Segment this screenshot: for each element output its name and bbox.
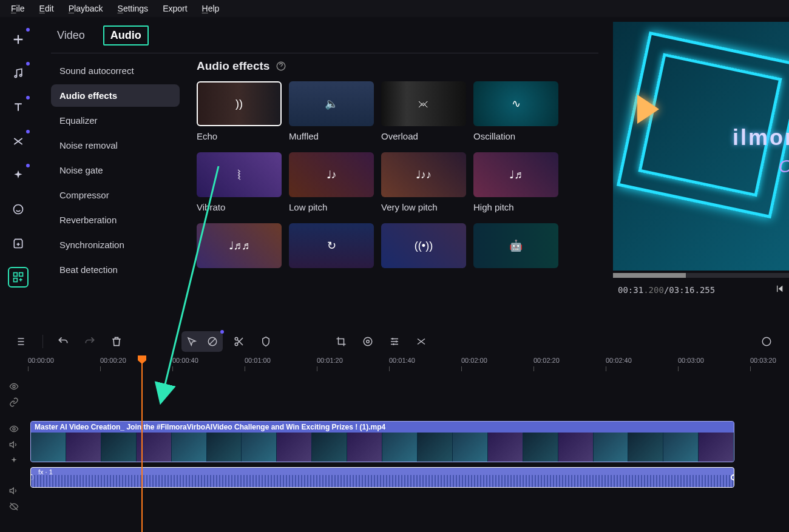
timeline-toolbar: [0, 326, 789, 357]
redo-button[interactable]: [80, 331, 100, 352]
svg-point-2: [14, 205, 23, 214]
audio-clip-handle-right[interactable]: [731, 474, 734, 480]
video-clip[interactable]: Master AI Video Creation_ Join the #Film…: [30, 421, 734, 462]
add-media-tool[interactable]: [8, 29, 29, 50]
subitem-noise-removal[interactable]: Noise removal: [51, 134, 180, 157]
tab-audio[interactable]: Audio: [103, 25, 149, 45]
effect-thumb: ♩♬♬: [197, 223, 282, 268]
effect-card-11[interactable]: 🤖: [473, 223, 558, 273]
ruler-tick: 00:01:40: [389, 357, 415, 364]
effect-thumb: ((•)): [381, 223, 466, 268]
adjust-tool[interactable]: [384, 331, 405, 352]
effect-card-Very low pitch[interactable]: ♩♪♪Very low pitch: [381, 152, 466, 212]
ruler-tick: 00:00:40: [172, 357, 198, 364]
music-tool[interactable]: [8, 63, 29, 84]
effect-thumb: ∿: [473, 81, 558, 126]
subitem-sound-autocorrect[interactable]: Sound autocorrect: [51, 59, 180, 82]
play-triangle-graphic: [637, 95, 659, 124]
color-tool[interactable]: [357, 331, 378, 352]
effect-card-10[interactable]: ((•)): [381, 223, 466, 273]
effect-card-Echo[interactable]: ))Echo: [197, 81, 282, 141]
effect-card-Vibrato[interactable]: ⦚Vibrato: [197, 152, 282, 212]
preview-scrollbar[interactable]: [613, 273, 789, 278]
text-tool[interactable]: [8, 97, 29, 118]
ruler-tick: 00:03:00: [678, 357, 704, 364]
subitem-noise-gate[interactable]: Noise gate: [51, 159, 180, 181]
ruler-tick: 00:00:20: [100, 357, 126, 364]
subitem-reverberation[interactable]: Reverberation: [51, 209, 180, 231]
timeline-settings-button[interactable]: [756, 331, 777, 352]
menu-settings[interactable]: Settings: [118, 4, 149, 13]
effects-tool[interactable]: [8, 165, 29, 186]
effect-label: Oscillation: [473, 131, 558, 141]
svg-point-11: [367, 340, 370, 343]
svg-point-13: [13, 385, 15, 388]
ruler-tick: 00:01:00: [245, 357, 271, 364]
subitem-beat-detection[interactable]: Beat detection: [51, 258, 180, 281]
effect-thumb: 🔈: [289, 81, 374, 126]
effect-card-Muffled[interactable]: 🔈Muffled: [289, 81, 374, 141]
effect-card-High pitch[interactable]: ♩♬High pitch: [473, 152, 558, 212]
subitem-compressor[interactable]: Compressor: [51, 184, 180, 206]
subitem-equalizer[interactable]: Equalizer: [51, 109, 180, 132]
menu-help[interactable]: Help: [202, 4, 220, 13]
ruler-tick: 00:02:00: [461, 357, 487, 364]
effect-thumb: 🤖: [473, 223, 558, 268]
audio-clip[interactable]: fx · 1: [30, 467, 734, 488]
ruler-tick: 00:02:40: [606, 357, 632, 364]
video-track-eye-icon[interactable]: [0, 421, 28, 437]
audio-track-hidden-icon[interactable]: [0, 499, 28, 514]
svg-rect-4: [19, 273, 23, 277]
effects-panel: Video Audio Sound autocorrect Audio effe…: [36, 17, 613, 326]
preview-panel: ilmor Оֆ 00:31.200/03:16.255: [613, 17, 789, 326]
delete-button[interactable]: [106, 331, 127, 352]
effect-thumb: ⩙: [381, 81, 466, 126]
track-visibility-icon[interactable]: [0, 379, 28, 394]
undo-button[interactable]: [53, 331, 73, 352]
menu-bar: File Edit Playback Settings Export Help: [0, 0, 789, 17]
pointer-tool[interactable]: [181, 331, 202, 352]
subitem-audio-effects[interactable]: Audio effects: [51, 84, 180, 107]
transitions-tool[interactable]: [8, 131, 29, 152]
effect-card-8[interactable]: ♩♬♬: [197, 223, 282, 273]
track-link-icon[interactable]: [0, 394, 28, 410]
preview-viewport[interactable]: ilmor Оֆ: [613, 22, 789, 271]
subitem-synchronization[interactable]: Synchronization: [51, 234, 180, 256]
crop-tool[interactable]: [331, 331, 351, 352]
menu-playback[interactable]: Playback: [69, 4, 103, 13]
stickers-tool[interactable]: [8, 199, 29, 220]
timeline-ruler[interactable]: 00:00:0000:00:2000:00:4000:01:0000:01:20…: [0, 357, 789, 379]
effect-card-Low pitch[interactable]: ♩♪Low pitch: [289, 152, 374, 212]
track-options-button[interactable]: [12, 331, 33, 352]
effects-heading: Audio effects: [197, 59, 598, 73]
effect-card-9[interactable]: ↻: [289, 223, 374, 273]
cut-tool[interactable]: [229, 331, 249, 352]
audio-track-mute-icon[interactable]: [0, 483, 28, 499]
disable-tool[interactable]: [202, 331, 223, 352]
effect-thumb: ↻: [289, 223, 374, 268]
menu-export[interactable]: Export: [163, 4, 187, 13]
marker-tool[interactable]: [256, 331, 276, 352]
svg-point-1: [20, 75, 22, 76]
effects-grid: ))Echo🔈Muffled⩙Overload∿Oscillation⦚Vibr…: [197, 81, 598, 273]
help-icon[interactable]: [276, 61, 286, 72]
svg-point-10: [364, 337, 372, 346]
effect-thumb: ♩♬: [473, 152, 558, 197]
audio-waveform: [31, 475, 734, 487]
effect-card-Overload[interactable]: ⩙Overload: [381, 81, 466, 141]
menu-file[interactable]: File: [11, 4, 25, 13]
menu-edit[interactable]: Edit: [39, 4, 54, 13]
playhead[interactable]: [141, 357, 143, 532]
tab-video[interactable]: Video: [51, 27, 91, 44]
clip-thumbnails: [31, 433, 734, 462]
import-tool[interactable]: [8, 233, 29, 254]
tab-divider: [51, 53, 598, 53]
shuffle-tool[interactable]: [411, 331, 432, 352]
svg-rect-5: [14, 278, 18, 282]
templates-tool[interactable]: [8, 267, 29, 288]
skip-start-button[interactable]: [774, 284, 784, 295]
video-track-fx-icon[interactable]: [0, 453, 28, 468]
effect-card-Oscillation[interactable]: ∿Oscillation: [473, 81, 558, 141]
effect-thumb: ⦚: [197, 152, 282, 197]
video-track-mute-icon[interactable]: [0, 437, 28, 453]
